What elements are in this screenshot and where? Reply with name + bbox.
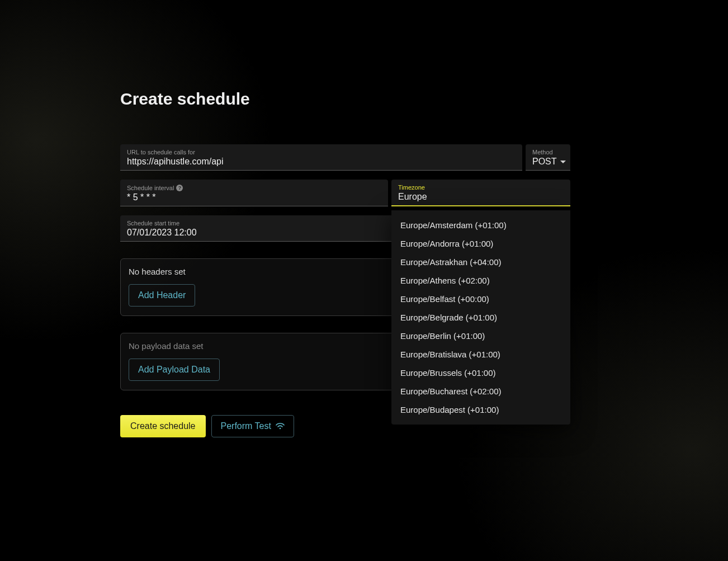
timezone-option[interactable]: Europe/Astrakhan (+04:00) — [391, 253, 570, 271]
timezone-input[interactable] — [398, 192, 564, 202]
timezone-option[interactable]: Europe/Bratislava (+01:00) — [391, 345, 570, 364]
chevron-down-icon — [560, 161, 566, 163]
svg-point-0 — [280, 428, 281, 430]
method-select[interactable]: Method POST — [526, 144, 570, 171]
url-input[interactable] — [127, 157, 516, 167]
timezone-option[interactable]: Europe/Athens (+02:00) — [391, 271, 570, 290]
timezone-option[interactable]: Europe/Budapest (+01:00) — [391, 400, 570, 419]
schedule-interval-label: Schedule interval ? — [127, 185, 381, 191]
timezone-field[interactable]: Timezone — [391, 180, 570, 206]
timezone-option[interactable]: Europe/Belgrade (+01:00) — [391, 308, 570, 327]
wifi-icon — [276, 422, 285, 430]
create-schedule-form: Create schedule URL to schedule calls fo… — [120, 89, 570, 437]
method-label: Method — [532, 149, 564, 155]
url-field[interactable]: URL to schedule calls for — [120, 144, 522, 171]
timezone-option[interactable]: Europe/Andorra (+01:00) — [391, 234, 570, 253]
add-header-button[interactable]: Add Header — [129, 284, 195, 307]
timezone-option[interactable]: Europe/Bucharest (+02:00) — [391, 382, 570, 400]
method-value: POST — [532, 157, 557, 167]
timezone-option[interactable]: Europe/Brussels (+01:00) — [391, 364, 570, 382]
schedule-interval-field[interactable]: Schedule interval ? — [120, 180, 388, 206]
timezone-option[interactable]: Europe/Amsterdam (+01:00) — [391, 216, 570, 234]
page-title: Create schedule — [120, 89, 570, 109]
timezone-dropdown: Europe/Amsterdam (+01:00) Europe/Andorra… — [391, 210, 570, 425]
timezone-label: Timezone — [398, 184, 564, 191]
help-icon[interactable]: ? — [176, 185, 183, 191]
url-label: URL to schedule calls for — [127, 149, 516, 155]
perform-test-button[interactable]: Perform Test — [211, 415, 294, 437]
timezone-option[interactable]: Europe/Berlin (+01:00) — [391, 327, 570, 345]
create-schedule-button[interactable]: Create schedule — [120, 415, 206, 437]
schedule-interval-input[interactable] — [127, 192, 381, 202]
add-payload-button[interactable]: Add Payload Data — [129, 359, 220, 381]
timezone-option[interactable]: Europe/Belfast (+00:00) — [391, 290, 570, 308]
